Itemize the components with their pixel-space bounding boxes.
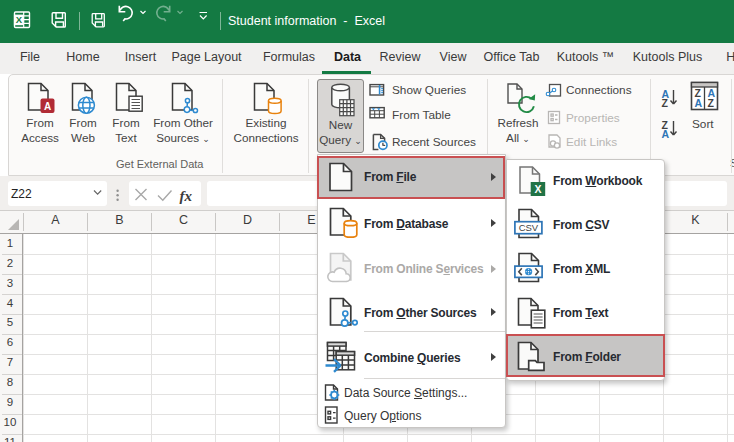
svg-text:Z: Z bbox=[708, 97, 715, 109]
svg-text:X: X bbox=[16, 14, 23, 25]
svg-text:fx: fx bbox=[180, 188, 193, 204]
svg-text:A: A bbox=[44, 101, 51, 112]
svg-text:A: A bbox=[662, 128, 670, 140]
svg-text:A: A bbox=[695, 97, 703, 109]
svg-text:Z: Z bbox=[662, 97, 669, 109]
svg-text:CSV: CSV bbox=[519, 222, 539, 233]
svg-text:X: X bbox=[534, 183, 541, 195]
